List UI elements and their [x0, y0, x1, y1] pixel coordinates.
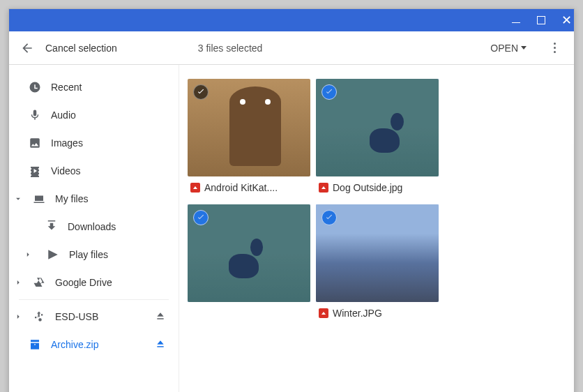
sidebar-item-label: Images — [51, 137, 170, 149]
play-icon — [47, 248, 59, 261]
sidebar-item-label: My files — [55, 193, 170, 204]
sidebar-item-downloads[interactable]: Downloads — [9, 213, 179, 241]
sidebar-item-videos[interactable]: Videos — [9, 157, 179, 185]
thumbnail-image — [188, 79, 310, 176]
thumbnail-image — [316, 204, 439, 302]
drive-icon — [33, 276, 45, 289]
sidebar-item-label: Videos — [51, 165, 170, 176]
app-body: Recent Audio Images Videos My files — [9, 65, 574, 392]
sidebar: Recent Audio Images Videos My files — [9, 65, 179, 392]
chevron-down-icon — [13, 194, 23, 204]
file-thumbnail[interactable]: Winter.JPG — [316, 204, 439, 324]
titlebar: ✕ — [9, 9, 574, 31]
file-caption: Android KitKat.... — [188, 176, 310, 199]
file-thumbnail[interactable]: Android KitKat.... — [188, 79, 310, 199]
file-name: Dog Outside.jpg — [333, 182, 402, 193]
selection-count-label: 3 files selected — [198, 43, 263, 54]
laptop-icon — [33, 193, 45, 205]
sidebar-item-play-files[interactable]: Play files — [9, 241, 179, 269]
sidebar-item-label: Downloads — [68, 221, 170, 232]
file-caption: Dog Outside.jpg — [316, 176, 439, 199]
sidebar-separator — [19, 299, 169, 300]
more-menu-button[interactable] — [546, 43, 563, 53]
videos-icon — [29, 165, 41, 177]
toolbar: Cancel selection 3 files selected OPEN — [9, 31, 574, 65]
chevron-down-icon — [521, 46, 527, 50]
image-file-icon — [319, 183, 328, 193]
file-thumbnail[interactable] — [188, 204, 310, 324]
thumbnail-image — [316, 79, 439, 176]
selection-checkmark[interactable] — [193, 210, 209, 225]
thumbnail-image — [188, 204, 310, 302]
chevron-right-icon — [13, 278, 23, 287]
image-file-icon — [319, 308, 328, 318]
chevron-right-icon — [23, 250, 33, 259]
file-name: Winter.JPG — [333, 308, 382, 319]
open-button[interactable]: OPEN — [490, 43, 527, 54]
sidebar-item-label: ESD-USB — [55, 311, 145, 322]
sidebar-item-recent[interactable]: Recent — [9, 73, 179, 101]
sidebar-item-label: Audio — [51, 110, 170, 121]
audio-icon — [29, 109, 41, 121]
sidebar-item-google-drive[interactable]: Google Drive — [9, 269, 179, 296]
selection-checkmark[interactable] — [321, 84, 337, 100]
file-grid: Android KitKat.... Dog Outside.jpg — [179, 65, 574, 392]
cancel-selection-label[interactable]: Cancel selection — [45, 43, 117, 54]
sidebar-item-images[interactable]: Images — [9, 129, 179, 157]
sidebar-item-my-files[interactable]: My files — [9, 185, 179, 213]
file-name: Android KitKat.... — [204, 182, 278, 193]
close-button[interactable]: ✕ — [561, 15, 571, 25]
back-arrow-icon[interactable] — [20, 41, 34, 55]
sidebar-item-esd-usb[interactable]: ESD-USB — [9, 303, 179, 331]
sidebar-item-label: Google Drive — [55, 277, 170, 288]
file-thumbnail[interactable]: Dog Outside.jpg — [316, 79, 439, 199]
download-icon — [45, 220, 58, 233]
files-app-window: ✕ Cancel selection 3 files selected OPEN… — [8, 8, 575, 392]
image-file-icon — [190, 183, 200, 193]
file-caption — [188, 302, 310, 324]
sidebar-item-label: Recent — [51, 82, 170, 93]
file-caption: Winter.JPG — [316, 302, 439, 324]
usb-icon — [33, 310, 45, 323]
sidebar-item-archive[interactable]: Archive.zip — [9, 331, 179, 359]
sidebar-item-audio[interactable]: Audio — [9, 101, 179, 129]
minimize-button[interactable] — [511, 15, 521, 25]
eject-icon[interactable] — [155, 338, 166, 352]
sidebar-item-label: Archive.zip — [51, 339, 145, 350]
maximize-button[interactable] — [536, 15, 546, 25]
eject-icon[interactable] — [155, 310, 166, 324]
recent-icon — [29, 81, 41, 93]
archive-icon — [29, 338, 41, 351]
selection-checkmark[interactable] — [321, 210, 337, 225]
sidebar-item-label: Play files — [69, 249, 170, 260]
open-button-label: OPEN — [490, 43, 518, 54]
chevron-right-icon — [13, 312, 23, 322]
images-icon — [29, 137, 41, 149]
selection-checkmark[interactable] — [193, 84, 209, 100]
